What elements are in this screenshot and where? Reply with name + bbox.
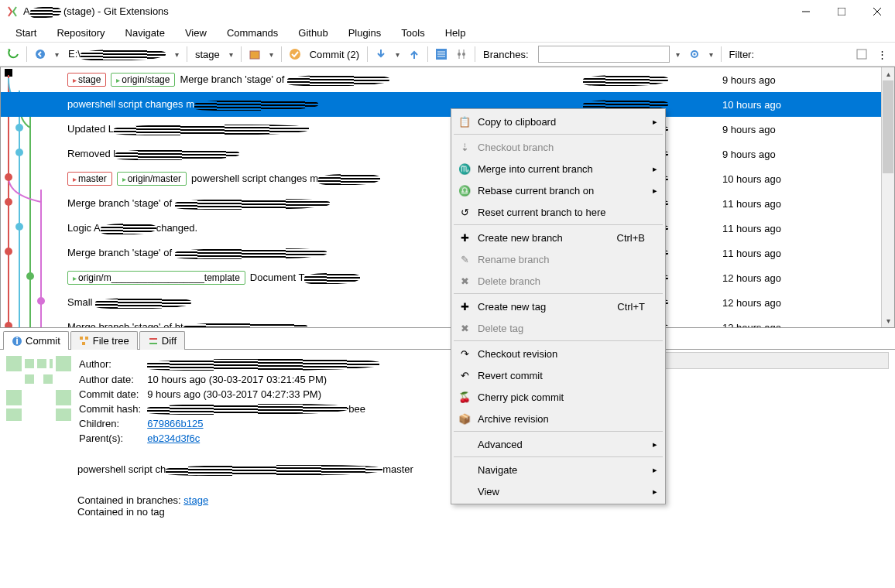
commit-row[interactable]: ▸stage▸origin/stageMerge branch 'stage' …: [1, 67, 894, 92]
branch-tag[interactable]: ▸stage: [67, 73, 106, 87]
tab-commit[interactable]: i Commit: [3, 331, 69, 350]
back-button[interactable]: [32, 46, 49, 63]
ctx-reset-current-branch-to-here[interactable]: ↺Reset current branch to here: [453, 201, 664, 223]
ctx-label: Create new tag: [478, 301, 546, 313]
contained-branch-link[interactable]: stage: [183, 494, 208, 506]
svg-rect-35: [80, 337, 83, 340]
branch-dropdown[interactable]: ▾: [226, 50, 236, 59]
ctx-copy-to-clipboard[interactable]: 📋Copy to clipboard▸: [453, 111, 664, 132]
commit-row[interactable]: Small 12 hours ago: [1, 290, 894, 315]
ctx-revert-commit[interactable]: ↶Revert commit: [453, 364, 664, 386]
pull-dropdown[interactable]: ▾: [393, 50, 403, 59]
commit-message-preview: Updated L: [67, 123, 309, 135]
checkout-icon: ⇣: [458, 140, 472, 154]
branch-tag[interactable]: ▸origin/master: [117, 172, 187, 186]
branch-tag[interactable]: ▸master: [67, 172, 112, 186]
svg-rect-43: [25, 359, 34, 368]
notes-header[interactable]: [657, 352, 889, 369]
ctx-rebase-current-branch-on[interactable]: ♎Rebase current branch on▸: [453, 179, 664, 201]
ctx-shortcut: Ctrl+B: [617, 232, 645, 244]
ctx-navigate[interactable]: Navigate▸: [453, 459, 664, 480]
window-title: A (stage) - Git Extensions: [23, 5, 788, 18]
ctx-cherry-pick-commit[interactable]: 🍒Cherry pick commit: [453, 386, 664, 408]
ctx-checkout-revision[interactable]: ↷Checkout revision: [453, 343, 664, 364]
scroll-thumb[interactable]: [883, 80, 893, 173]
commit-details: Author: Author date:10 hours ago (30-03-…: [0, 350, 895, 582]
scroll-up-button[interactable]: ▴: [882, 67, 895, 80]
tab-file-tree[interactable]: File tree: [70, 331, 138, 350]
commit-date: 9 hours ago: [716, 149, 894, 160]
author-link[interactable]: [147, 358, 379, 370]
menu-view[interactable]: View: [176, 25, 216, 41]
refresh-button[interactable]: [5, 46, 22, 63]
pull-button[interactable]: [372, 46, 389, 63]
close-button[interactable]: [859, 0, 895, 23]
overflow-button-1[interactable]: [853, 46, 870, 63]
commit-row[interactable]: Merge branch 'stage' of 11 hours ago: [1, 241, 894, 265]
menu-navigate[interactable]: Navigate: [116, 25, 174, 41]
ctx-label: Merge into current branch: [478, 163, 593, 175]
menu-tools[interactable]: Tools: [392, 25, 434, 41]
branches-filter-dropdown[interactable]: [538, 46, 670, 63]
commit-button[interactable]: Commit (2): [307, 49, 362, 60]
scroll-down-button[interactable]: ▾: [882, 314, 895, 327]
context-menu: 📋Copy to clipboard▸⇣Checkout branch♏Merg…: [451, 108, 666, 504]
commit-row[interactable]: ▸master▸origin/masterpowershell script c…: [1, 166, 894, 191]
back-dropdown[interactable]: ▾: [52, 50, 62, 59]
stash-button[interactable]: [246, 46, 263, 63]
branch-selector[interactable]: stage: [192, 49, 223, 60]
commit-message-preview: Merge branch 'stage' of ht: [67, 321, 307, 328]
commit-status-icon[interactable]: [286, 46, 303, 63]
settings-button[interactable]: [453, 46, 470, 63]
menu-repository[interactable]: Repository: [47, 25, 114, 41]
overflow-button-2[interactable]: ⋮: [873, 46, 890, 63]
ctx-shortcut: Ctrl+T: [617, 301, 645, 313]
commit-row[interactable]: powershell script changes m10 hours ago: [1, 92, 894, 117]
repo-path[interactable]: E:\: [65, 48, 169, 60]
commit-row[interactable]: Removed l9 hours ago: [1, 142, 894, 166]
minimize-button[interactable]: [788, 0, 824, 23]
parents-link[interactable]: eb234d3f6c: [147, 432, 200, 444]
commit-row[interactable]: Logic Achanged.11 hours ago: [1, 216, 894, 241]
menu-help[interactable]: Help: [436, 25, 475, 41]
ctx-label: Rebase current branch on: [478, 185, 594, 197]
commit-row[interactable]: ▸origin/m__________________templateDocum…: [1, 265, 894, 290]
ctx-checkout-branch: ⇣Checkout branch: [453, 136, 664, 158]
branches-filter-arrow[interactable]: ▾: [673, 50, 683, 59]
ctx-create-new-tag[interactable]: ✚Create new tagCtrl+T: [453, 296, 664, 317]
svg-rect-48: [6, 390, 22, 405]
ctx-create-new-branch[interactable]: ✚Create new branchCtrl+B: [453, 227, 664, 248]
menu-github[interactable]: Github: [289, 25, 337, 41]
ctx-delete-branch: ✖Delete branch: [453, 270, 664, 292]
menu-start[interactable]: Start: [6, 25, 46, 41]
ctx-view[interactable]: View▸: [453, 480, 664, 502]
branch-tag[interactable]: ▸origin/stage: [111, 73, 175, 87]
push-button[interactable]: [406, 46, 423, 63]
clipboard-icon: 📋: [458, 115, 472, 128]
commit-date: 11 hours ago: [716, 223, 894, 234]
ctx-advanced[interactable]: Advanced▸: [453, 433, 664, 455]
menu-plugins[interactable]: Plugins: [339, 25, 391, 41]
commit-row[interactable]: Merge branch 'stage' of ht12 hours ago: [1, 315, 894, 328]
branch-tag[interactable]: ▸origin/m__________________template: [67, 271, 245, 285]
svg-rect-46: [25, 374, 34, 384]
new-branch-icon: ✚: [458, 231, 472, 244]
commit-row[interactable]: Merge branch 'stage' of 11 hours ago: [1, 191, 894, 216]
commit-row[interactable]: Updated L9 hours ago: [1, 117, 894, 142]
vertical-scrollbar[interactable]: ▴ ▾: [881, 67, 894, 327]
path-dropdown[interactable]: ▾: [172, 50, 182, 59]
log-button[interactable]: [433, 46, 450, 63]
menu-commands[interactable]: Commands: [218, 25, 287, 41]
commit-message-preview: Merge branch 'stage' of: [180, 74, 389, 86]
ctx-archive-revision[interactable]: 📦Archive revision: [453, 408, 664, 429]
tab-diff[interactable]: Diff: [139, 331, 185, 350]
gear-dropdown[interactable]: ▾: [706, 50, 716, 59]
delete-tag-icon: ✖: [458, 321, 472, 335]
gear-button[interactable]: [686, 46, 703, 63]
svg-rect-5: [250, 51, 259, 59]
ctx-label: Copy to clipboard: [478, 116, 556, 128]
ctx-merge-into-current-branch[interactable]: ♏Merge into current branch▸: [453, 158, 664, 179]
maximize-button[interactable]: [824, 0, 859, 23]
stash-dropdown[interactable]: ▾: [266, 50, 276, 59]
children-link[interactable]: 679866b125: [147, 418, 203, 429]
